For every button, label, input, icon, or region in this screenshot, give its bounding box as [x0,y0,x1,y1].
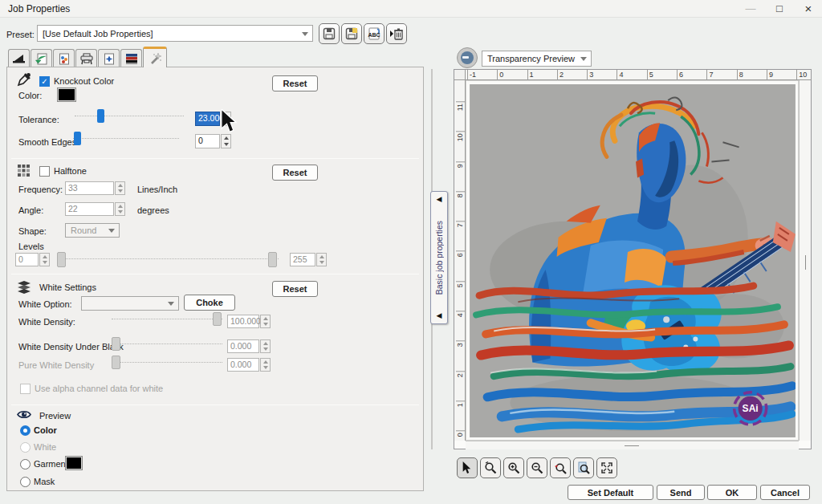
white-density-handle[interactable] [213,312,222,326]
horizontal-scrollbar[interactable] [466,441,799,449]
pure-white-density-slider[interactable] [112,356,222,370]
angle-spinner[interactable] [115,202,125,216]
tab-advanced-options[interactable] [98,49,120,67]
preview-mask-radio[interactable] [20,477,31,487]
chevron-down-icon [302,32,308,36]
preset-label: Preset: [6,30,35,39]
white-settings-title: White Settings [39,282,96,292]
send-button[interactable]: Send [657,485,705,500]
levels-max-handle[interactable] [268,252,277,267]
levels-min-handle[interactable] [57,252,66,267]
white-density-slider[interactable] [112,312,222,327]
pure-white-density-input[interactable]: 0.000 [227,358,259,372]
levels-min-spinner[interactable] [39,253,50,266]
levels-max-spinner[interactable] [316,253,327,266]
fit-page-button[interactable] [573,457,594,478]
zoom-in-button[interactable] [503,457,524,478]
frequency-label: Frequency: [18,185,63,194]
smooth-edges-input[interactable]: 0 [195,134,220,148]
frequency-input[interactable]: 33 [65,181,114,195]
tab-color-management[interactable] [53,49,75,67]
zoom-out-button[interactable] [527,457,547,478]
zoom-area-button[interactable] [550,457,571,478]
zoom-tool-button[interactable] [480,457,501,478]
angle-input[interactable]: 22 [65,202,114,216]
ruler-tick: 4 [616,70,646,79]
preview-color-label: Color [34,425,57,435]
white-density-spinner[interactable] [260,315,271,328]
smooth-edges-slider-handle[interactable] [74,132,81,145]
ruler-tick: 6 [456,250,465,280]
separations-tab-icon [125,53,138,65]
basic-job-properties-side-tab[interactable]: ◀ Basic job properties ◀ [430,191,448,324]
choke-button[interactable]: Choke [184,295,235,311]
preview-garment-label: Garment [34,459,68,469]
tab-workflow[interactable] [31,49,52,67]
white-density-input[interactable]: 100.000 [227,315,259,328]
shape-dropdown[interactable]: Round [65,223,120,238]
levels-label: Levels [18,242,44,251]
tolerance-slider[interactable] [75,109,184,124]
tolerance-input[interactable]: 23.000 [195,112,220,126]
chevron-down-icon [580,57,587,61]
render-preview-button[interactable] [457,47,478,68]
set-default-button[interactable]: Set Default [568,485,653,500]
collapse-left-icon-bottom[interactable]: ◀ [437,312,442,319]
ruler-tick: 5 [647,70,677,79]
tab-printer-options[interactable] [75,49,97,67]
white-density-under-black-slider[interactable] [112,337,222,352]
preview-color-radio[interactable] [20,425,31,436]
pure-white-density-spinner[interactable] [260,358,271,372]
frequency-spinner[interactable] [115,181,125,195]
smooth-edges-slider[interactable] [73,132,179,146]
preview-mode-dropdown[interactable]: Transparency Preview [482,51,592,67]
halftone-reset-button[interactable]: Reset [272,165,318,181]
rename-preset-button[interactable]: ABC [364,23,385,44]
zoom-out-icon [531,461,543,474]
ruler-tick: 10 [456,131,465,161]
white-option-dropdown[interactable] [81,296,179,311]
pure-white-density-handle[interactable] [112,356,120,369]
tab-layout[interactable] [8,49,30,67]
knockout-color-swatch[interactable] [57,87,76,102]
fit-page-icon [577,461,590,474]
levels-min-input[interactable]: 0 [15,253,39,266]
minimize-button[interactable]: — [739,1,763,16]
levels-max-input[interactable]: 255 [290,253,315,266]
tab-separations[interactable] [120,49,142,67]
close-button[interactable]: × [796,1,820,16]
collapse-left-icon-top[interactable]: ◀ [437,196,442,203]
tab-effects[interactable] [143,47,167,67]
fullscreen-button[interactable] [596,457,617,478]
angle-unit: degrees [137,205,169,215]
white-density-under-black-input[interactable]: 0.000 [227,339,259,353]
ok-button[interactable]: OK [707,485,757,500]
cancel-button[interactable]: Cancel [760,485,810,500]
eyedropper-icon [17,72,31,87]
preview-refresh-icon [461,51,474,64]
garment-color-swatch[interactable] [65,456,83,470]
delete-preset-button[interactable] [386,23,407,44]
tolerance-slider-handle[interactable] [97,109,104,123]
knockout-reset-button[interactable]: Reset [272,75,318,91]
preview-white-radio[interactable] [20,442,31,453]
white-density-under-black-spinner[interactable] [260,339,271,353]
preset-dropdown[interactable]: [Use Default Job Properties] [37,25,313,42]
halftone-checkbox[interactable] [39,166,50,177]
levels-range-slider[interactable] [57,252,279,268]
alpha-channel-checkbox[interactable] [20,384,31,394]
maximize-button[interactable]: □ [767,1,791,16]
white-density-under-black-handle[interactable] [112,337,120,351]
white-reset-button[interactable]: Reset [272,281,318,297]
preview-garment-radio[interactable] [20,459,31,469]
ruler-tick: 3 [456,340,465,370]
ruler-tick: 7 [456,221,465,250]
smooth-edges-spinner[interactable] [221,134,231,148]
window-title: Job Properties [8,3,70,14]
knockout-color-checkbox[interactable]: ✓ [39,76,50,87]
save-preset-as-button[interactable] [341,23,362,44]
save-preset-button[interactable] [319,23,340,44]
vertical-scrollbar[interactable] [799,80,811,441]
ruler-tick: 9 [767,70,796,79]
select-tool-button[interactable] [457,457,478,478]
